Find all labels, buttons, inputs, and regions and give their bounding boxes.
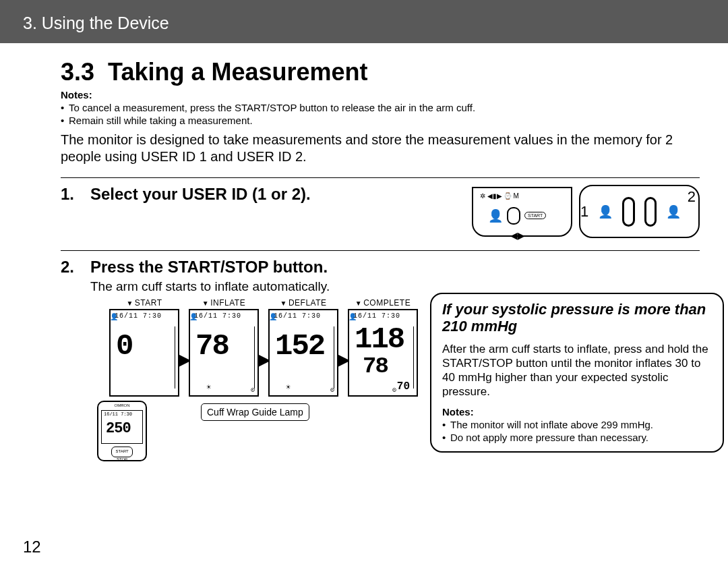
phase-sequence: ▼START 👤 16/11 7:30 0 ▶ — [90, 294, 418, 461]
cuff-ok-icon: ⊙ — [392, 386, 396, 394]
person-1-icon: 👤 — [488, 208, 503, 223]
pressure-scale — [175, 326, 175, 389]
monitor-bottom-illustration: ✲ ◀▮▶ ⌚ M 👤 START ◀▶ — [472, 187, 572, 237]
cuff-ok-icon: ⊙ — [251, 386, 255, 394]
top-note-2: •Remain still while taking a measurement… — [61, 115, 700, 126]
lcd-complete: 👤 16/11 7:30 118 78 70 ⊙ — [348, 309, 418, 397]
callout-title: If your systolic pressure is more than 2… — [442, 301, 712, 335]
section-heading: 3.3 Taking a Measurement — [61, 58, 700, 86]
lcd-dia-4: 78 — [363, 353, 388, 379]
notes-label: Notes: — [61, 89, 700, 101]
start-stop-button-mini: START STOP — [111, 447, 133, 457]
phase-deflate: ▼DEFLATE 👤 16/11 7:30 152 ☀ ⊙ — [268, 298, 338, 397]
lcd-value-2: 78 — [195, 329, 229, 363]
step-1-text: Select your USER ID (1 or 2). — [90, 185, 458, 204]
pressure-scale — [254, 326, 255, 389]
callout-note-1: •The monitor will not inflate above 299 … — [442, 419, 712, 430]
mini-monitor-illustration: OMRON 16/11 7:30 250 START STOP — [97, 401, 147, 461]
lamp-icon: ☀ — [206, 382, 211, 393]
page-number: 12 — [23, 538, 41, 556]
start-label-small: START — [524, 212, 546, 219]
brand-label: OMRON — [98, 403, 146, 407]
chapter-header: 3. Using the Device — [0, 0, 728, 43]
mini-value: 250 — [106, 420, 131, 437]
label-2: 2 — [688, 188, 696, 206]
triangle-icon: ▼ — [355, 299, 362, 307]
cuff-wrap-label: Cuff Wrap Guide Lamp — [201, 403, 309, 421]
mini-date: 16/11 7:30 — [104, 411, 132, 417]
lcd-sys-4: 118 — [355, 322, 404, 356]
high-pressure-callout: If your systolic pressure is more than 2… — [430, 293, 724, 453]
user-2-button — [644, 197, 657, 227]
memory-icon: M — [514, 192, 519, 200]
lcd-date-3: 16/11 7:30 — [274, 312, 321, 320]
manual-page: 3. Using the Device 3.3 Taking a Measure… — [0, 0, 728, 574]
pressure-scale — [334, 326, 334, 389]
lcd-date-4: 16/11 7:30 — [353, 312, 400, 320]
phase-complete: ▼COMPLETE 👤 16/11 7:30 118 78 70 ⊙ — [348, 298, 418, 397]
step-2-number: 2. — [61, 258, 77, 277]
step-2-text: Press the START/STOP button. — [90, 258, 724, 277]
lcd-date-2: 16/11 7:30 — [194, 312, 241, 320]
chapter-title: 3. Using the Device — [23, 13, 169, 32]
slider-arrow-icon: ◀▶ — [510, 230, 525, 241]
step-1-number: 1. — [61, 185, 77, 204]
nav-icons: ◀▮▶ — [487, 192, 502, 200]
section-title-text: Taking a Measurement — [108, 58, 367, 86]
lamp-icon: ☀ — [286, 382, 291, 393]
section-number: 3.3 — [61, 58, 94, 86]
sync-icon: ✲ — [480, 192, 485, 200]
triangle-icon: ▼ — [280, 299, 286, 307]
phase-start: ▼START 👤 16/11 7:30 0 — [109, 298, 179, 397]
page-content: 3.3 Taking a Measurement Notes: •To canc… — [0, 43, 728, 461]
intro-paragraph: The monitor is designed to take measurem… — [61, 132, 700, 165]
label-1: 1 — [580, 203, 588, 221]
user-id-illustration: ✲ ◀▮▶ ⌚ M 👤 START ◀▶ 1 👤 — [472, 185, 700, 238]
triangle-icon: ▼ — [126, 299, 133, 307]
lcd-value-3: 152 — [275, 329, 324, 363]
callout-notes-label: Notes: — [442, 406, 712, 418]
lcd-pulse-4: 70 — [397, 380, 410, 393]
user-1-button-small — [507, 207, 520, 225]
callout-body: After the arm cuff starts to inflate, pr… — [442, 342, 712, 399]
person-2-icon-big: 👤 — [666, 204, 681, 219]
callout-note-2: •Do not apply more pressure than necessa… — [442, 432, 712, 443]
cuff-ok-icon: ⊙ — [330, 386, 334, 394]
lcd-value-1: 0 — [116, 329, 132, 363]
lcd-start: 👤 16/11 7:30 0 — [109, 309, 179, 397]
step-2: 2. Press the START/STOP button. The arm … — [61, 250, 700, 461]
phase-inflate: ▼INFLATE 👤 16/11 7:30 78 ☀ ⊙ — [189, 298, 259, 397]
lcd-inflate: 👤 16/11 7:30 78 ☀ ⊙ — [189, 309, 259, 397]
user-id-switch-zoom: 1 👤 👤 2 — [579, 185, 700, 238]
lcd-date-1: 16/11 7:30 — [115, 312, 162, 320]
step-1: 1. Select your USER ID (1 or 2). ✲ ◀▮▶ ⌚… — [61, 177, 700, 238]
lcd-deflate: 👤 16/11 7:30 152 ☀ ⊙ — [268, 309, 338, 397]
step-2-illustration-row: ▼START 👤 16/11 7:30 0 ▶ — [90, 294, 724, 461]
clock-icon: ⌚ — [504, 192, 512, 200]
pressure-scale — [413, 326, 414, 389]
triangle-icon: ▼ — [202, 299, 209, 307]
step-2-subtext: The arm cuff starts to inflate automatic… — [90, 279, 724, 294]
person-1-icon-big: 👤 — [598, 204, 613, 219]
mini-lcd: 16/11 7:30 250 — [101, 410, 143, 444]
top-note-1: •To cancel a measurement, press the STAR… — [61, 102, 700, 113]
user-1-button — [622, 197, 634, 227]
